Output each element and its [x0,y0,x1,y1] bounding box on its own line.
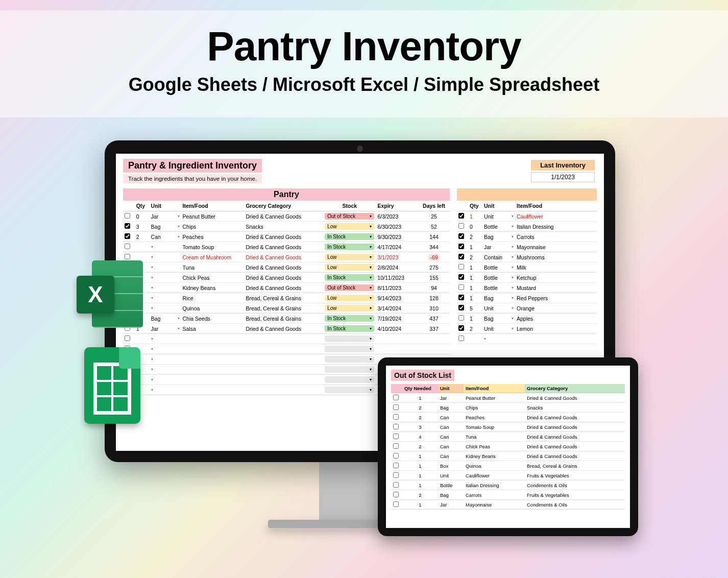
cell-unit[interactable]: Jar [150,211,181,222]
cell-qty[interactable]: 1 [468,273,482,283]
cell-item[interactable]: Ketchup [515,273,597,283]
cell-item[interactable]: Chips [464,403,525,413]
row-checkbox[interactable] [458,295,464,300]
row-checkbox[interactable] [458,305,464,310]
cell-qty[interactable]: 1 [468,211,482,222]
cell-item[interactable]: Italian Dressing [515,222,597,232]
cell-item[interactable]: Chia Seeds [181,314,245,324]
cell-item[interactable]: Milk [515,262,597,273]
cell-item[interactable]: Peanut Butter [181,211,245,222]
last-inventory-date[interactable]: 1/1/2023 [531,172,595,182]
cell-item[interactable]: Chips [181,222,245,232]
cell-grocery[interactable]: Dried & Canned Goods [525,413,625,422]
cell-grocery[interactable]: Snacks [525,403,625,413]
cell-grocery[interactable]: Dried & Canned Goods [244,273,323,283]
cell-unit[interactable]: Bag [150,314,181,324]
row-checkbox[interactable] [458,223,464,229]
row-checkbox[interactable] [393,453,399,459]
cell-grocery[interactable]: Bread, Cereal & Grains [244,314,323,324]
row-checkbox[interactable] [458,233,464,239]
cell-qty[interactable]: 2 [468,252,482,262]
cell-item[interactable]: Cauliflower [464,471,525,480]
cell-expiry[interactable]: 3/1/2023 [376,252,418,262]
cell-qty[interactable]: 1 [402,480,438,490]
row-checkbox[interactable] [125,244,130,249]
cell-qty[interactable]: 2 [402,442,438,451]
cell-unit[interactable] [150,273,181,283]
cell-item[interactable]: Quinoa [181,303,245,314]
cell-unit[interactable]: Bag [482,232,515,242]
cell-unit[interactable]: Jar [438,393,464,403]
cell-unit[interactable]: Jar [438,500,464,510]
cell-item[interactable]: Orange [515,303,597,314]
cell-item[interactable]: Carrots [464,490,525,500]
cell-grocery[interactable]: Bread, Cereal & Grains [244,293,323,303]
cell-grocery[interactable]: Dried & Canned Goods [244,211,323,222]
row-checkbox[interactable] [393,395,399,400]
row-checkbox[interactable] [458,325,464,331]
cell-item[interactable]: Tomato Soup [181,242,245,252]
cell-item[interactable]: Apples [515,314,597,324]
row-checkbox[interactable] [393,443,399,449]
cell-expiry[interactable]: 7/19/2024 [376,314,418,324]
cell-grocery[interactable]: Dried & Canned Goods [244,232,323,242]
row-checkbox[interactable] [458,213,464,219]
cell-grocery[interactable]: Bread, Cereal & Grains [244,303,323,314]
cell-item[interactable]: Peaches [464,413,525,422]
cell-expiry[interactable]: 10/11/2023 [376,273,418,283]
cell-item[interactable]: Tomato Soup [464,422,525,432]
cell-qty[interactable]: 2 [135,232,150,242]
cell-item[interactable]: Peanut Butter [464,393,525,403]
cell-item[interactable]: Peaches [181,232,245,242]
cell-expiry[interactable]: 4/10/2024 [376,324,418,334]
cell-grocery[interactable]: Dried & Canned Goods [525,393,625,403]
cell-unit[interactable] [150,242,181,252]
cell-qty[interactable]: 1 [468,293,482,303]
row-checkbox[interactable] [458,335,464,341]
cell-item[interactable]: Quinoa [464,461,525,471]
cell-qty[interactable]: 1 [402,393,438,403]
cell-grocery[interactable]: Dried & Canned Goods [244,262,323,273]
cell-unit[interactable]: Bag [482,314,515,324]
cell-stock[interactable]: Out of Stock [323,211,376,222]
cell-grocery[interactable]: Condiments & Oils [525,500,625,510]
cell-item[interactable]: Red Peppers [515,293,597,303]
cell-item[interactable]: Kidney Beans [464,451,525,461]
cell-unit[interactable]: Bag [150,222,181,232]
row-checkbox[interactable] [393,424,399,429]
cell-stock[interactable]: In Stock [323,242,376,252]
cell-qty[interactable]: 1 [402,451,438,461]
cell-qty[interactable]: 1 [402,461,438,471]
cell-item[interactable]: Rice [181,293,245,303]
cell-unit[interactable]: Jar [482,242,515,252]
cell-unit[interactable]: Bottle [438,480,464,490]
cell-grocery[interactable]: Dried & Canned Goods [244,324,323,334]
cell-item[interactable]: Cream of Mushroom [181,252,245,262]
cell-stock[interactable]: Low [323,252,376,262]
cell-unit[interactable]: Bag [438,490,464,500]
cell-qty[interactable]: 1 [468,314,482,324]
cell-qty[interactable]: 1 [402,500,438,510]
cell-qty[interactable]: 2 [402,403,438,413]
cell-expiry[interactable]: 3/14/2024 [376,303,418,314]
row-checkbox[interactable] [458,244,464,249]
cell-expiry[interactable]: 2/8/2024 [376,262,418,273]
cell-expiry[interactable]: 6/3/2023 [376,211,418,222]
cell-unit[interactable]: Can [438,442,464,451]
cell-stock[interactable]: Low [323,222,376,232]
cell-qty[interactable]: 0 [468,222,482,232]
cell-qty[interactable]: 4 [402,432,438,442]
cell-item[interactable]: Salsa [181,324,245,334]
cell-qty[interactable]: 1 [402,471,438,480]
cell-qty[interactable]: 5 [468,303,482,314]
cell-stock[interactable]: In Stock [323,314,376,324]
cell-item[interactable]: Italian Dressing [464,480,525,490]
cell-unit[interactable]: Unit [438,471,464,480]
cell-unit[interactable] [150,283,181,293]
cell-unit[interactable]: Unit [482,324,515,334]
cell-unit[interactable] [150,293,181,303]
row-checkbox[interactable] [458,254,464,259]
cell-grocery[interactable]: Dried & Canned Goods [525,451,625,461]
cell-stock[interactable]: Low [323,262,376,273]
cell-grocery[interactable]: Fruits & Vegetables [525,490,625,500]
